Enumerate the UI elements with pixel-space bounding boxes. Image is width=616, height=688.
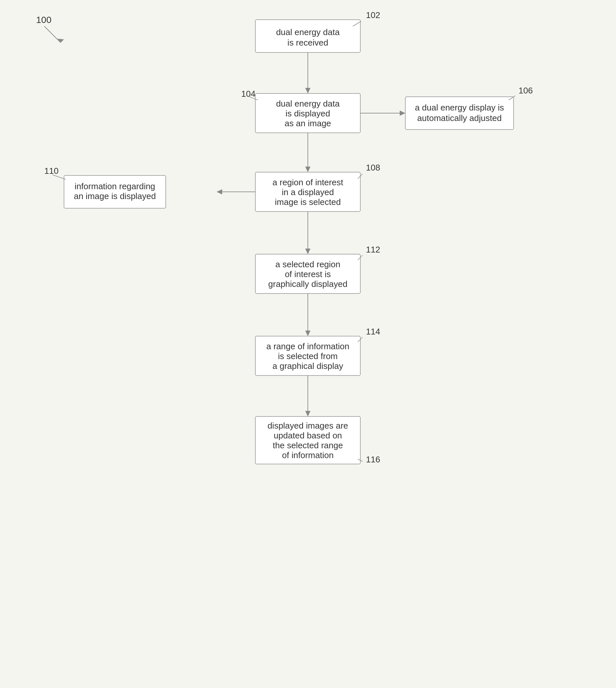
node-106-text-line2: automatically adjusted — [417, 113, 502, 123]
node-116-text-line2: updated based on — [274, 431, 342, 440]
svg-marker-4 — [305, 88, 310, 93]
node-104-text-line3: as an image — [285, 118, 331, 128]
node-112-text-line1: a selected region — [276, 259, 340, 269]
node-108-text-line1: a region of interest — [272, 177, 343, 187]
node-102-label: 102 — [366, 10, 380, 20]
node-102-text-line1: dual energy data — [276, 27, 340, 37]
svg-marker-10 — [305, 167, 310, 172]
diagram-container: 100 dual energy data is received 102 dua… — [0, 0, 616, 688]
svg-marker-19 — [305, 330, 310, 336]
node-116-text-line4: of information — [282, 450, 334, 460]
node-114-text-line3: a graphical display — [272, 361, 343, 371]
node-112-label: 112 — [366, 245, 380, 254]
node-112-text-line3: graphically displayed — [268, 279, 347, 289]
node-114-text-line2: is selected from — [278, 351, 338, 361]
svg-marker-7 — [400, 111, 405, 116]
node-114-text-line1: a range of information — [266, 341, 350, 351]
node-104-text-line1: dual energy data — [276, 99, 340, 109]
svg-line-14 — [52, 175, 66, 179]
node-108-text-line2: in a displayed — [282, 187, 334, 197]
node-110-label: 110 — [44, 166, 59, 176]
node-110-text-line1: information regarding — [74, 181, 155, 191]
node-116-label: 116 — [366, 455, 380, 464]
node-104-text-line2: is displayed — [286, 109, 330, 118]
svg-marker-13 — [217, 189, 222, 194]
svg-marker-22 — [305, 411, 310, 416]
node-112-text-line2: of interest is — [285, 269, 331, 279]
svg-line-0 — [44, 26, 61, 43]
node-104-label: 104 — [241, 89, 255, 99]
node-108-label: 108 — [366, 163, 380, 173]
node-114-label: 114 — [366, 327, 380, 337]
node-116-text-line1: displayed images are — [267, 421, 348, 431]
node-116-text-line3: the selected range — [273, 440, 343, 450]
node-106-label: 106 — [519, 86, 533, 95]
figure-label: 100 — [36, 15, 51, 25]
node-110-text-line2: an image is displayed — [74, 191, 156, 201]
node-102-text-line2: is received — [287, 38, 328, 48]
node-108-text-line3: image is selected — [275, 197, 341, 207]
svg-marker-16 — [305, 249, 310, 254]
node-106-text-line1: a dual energy display is — [415, 102, 504, 113]
